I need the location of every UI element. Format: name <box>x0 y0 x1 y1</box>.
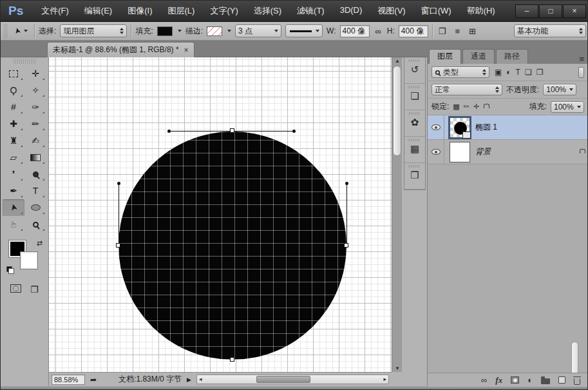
tab-close-icon[interactable]: × <box>184 46 189 55</box>
menu-item-0[interactable]: 文件(F) <box>35 3 75 19</box>
tool-blur[interactable]: ❜ <box>3 166 24 182</box>
scroll-right-icon[interactable]: ▸ <box>383 376 386 382</box>
horizontal-scroll-thumb[interactable] <box>256 376 310 383</box>
path-anchor-bottom[interactable] <box>230 357 234 362</box>
layer-thumbnail[interactable] <box>450 117 470 138</box>
filter-smart-objects-icon[interactable]: ❐ <box>536 68 544 77</box>
layer-row-1[interactable]: 背景 <box>428 140 588 164</box>
menu-item-4[interactable]: 文字(Y) <box>204 3 244 19</box>
menu-item-7[interactable]: 3D(D) <box>334 3 369 19</box>
tool-rectangular-marquee[interactable] <box>3 65 24 82</box>
blend-mode-dropdown[interactable]: 正常 <box>432 84 502 95</box>
tool-move[interactable]: ✛ <box>24 65 46 82</box>
tool-clone-stamp[interactable]: ♜ <box>3 132 24 149</box>
minimize-button[interactable]: – <box>515 5 538 18</box>
tool-magic-wand[interactable]: ✧ <box>24 82 46 99</box>
opacity-field[interactable]: 100% <box>543 84 576 95</box>
link-layers-icon[interactable]: ∞ <box>481 375 487 385</box>
path-anchor-right[interactable] <box>344 243 348 248</box>
new-layer-icon[interactable] <box>558 376 565 384</box>
bezier-handle-point[interactable] <box>117 182 120 185</box>
stroke-width-combo[interactable]: 3 点 <box>235 24 281 37</box>
filter-toggle-switch[interactable] <box>578 67 584 78</box>
layer-style-icon[interactable]: fx <box>495 375 502 385</box>
quick-mask-button[interactable] <box>10 284 21 293</box>
lock-position-icon[interactable]: ✛ <box>473 102 479 111</box>
panel-button-3d[interactable]: ❒ <box>404 163 425 190</box>
tool-lasso[interactable]: Ϙ <box>3 82 24 99</box>
scroll-left-icon[interactable]: ◂ <box>199 376 202 382</box>
path-anchor-top[interactable] <box>230 128 234 133</box>
new-group-icon[interactable] <box>541 376 550 384</box>
panel-button-properties[interactable]: ❏ <box>404 84 425 110</box>
canvas[interactable] <box>49 57 392 372</box>
options-grip[interactable] <box>3 24 8 38</box>
tool-history-brush[interactable]: ✍ <box>24 132 46 149</box>
close-button[interactable]: × <box>563 5 586 18</box>
path-anchor-left[interactable] <box>116 243 120 248</box>
menu-item-6[interactable]: 滤镜(T) <box>290 3 331 19</box>
layer-filter-dropdown[interactable]: 类型 <box>432 66 489 78</box>
fill-color-swatch[interactable] <box>157 26 173 36</box>
tool-path-selection[interactable]: ➤ <box>3 199 24 216</box>
tool-eraser[interactable]: ▱ <box>3 149 24 166</box>
menu-item-1[interactable]: 编辑(E) <box>78 3 119 19</box>
path-arrangement-icon[interactable]: ⊞ <box>467 26 478 36</box>
tool-dodge[interactable] <box>24 166 46 182</box>
filter-shape-layers-icon[interactable]: ❏ <box>525 68 532 77</box>
layer-visibility-toggle[interactable] <box>428 140 444 164</box>
tools-panel-grip[interactable] <box>14 59 35 64</box>
vertical-scrollbar[interactable]: ▲ ▼ <box>392 57 402 372</box>
panel-tab-1[interactable]: 通道 <box>462 49 495 64</box>
shape-width-field[interactable]: 400 像 <box>340 25 370 37</box>
workspace-switcher[interactable]: 基本功能 <box>514 24 586 37</box>
maximize-button[interactable]: □ <box>539 5 562 18</box>
path-alignment-icon[interactable]: ≡ <box>453 26 462 36</box>
select-mode-dropdown[interactable]: 现用图层 <box>60 24 127 37</box>
tool-preset-picker[interactable]: ➤ <box>12 26 30 35</box>
menu-item-10[interactable]: 帮助(H) <box>460 3 502 19</box>
panel-button-history[interactable]: ↺ <box>404 57 425 84</box>
panel-menu-icon[interactable]: ≡ <box>575 54 588 64</box>
vertical-scroll-thumb[interactable] <box>393 66 401 156</box>
default-colors-icon[interactable] <box>6 266 14 274</box>
menu-item-9[interactable]: 窗口(W) <box>415 3 458 19</box>
horizontal-scrollbar[interactable]: ◂ ▸ <box>196 375 389 384</box>
export-icon[interactable]: ➦ <box>90 375 97 384</box>
panel-tab-2[interactable]: 路径 <box>496 49 528 64</box>
lock-pixels-icon[interactable]: ✏ <box>464 102 469 111</box>
document-tab[interactable]: 未标题-1 @ 88.6% (椭圆 1, RGB/8) * × <box>47 42 194 57</box>
layer-visibility-toggle[interactable] <box>428 115 444 139</box>
zoom-level-field[interactable]: 88.58% <box>52 375 85 385</box>
tool-gradient[interactable] <box>24 149 46 166</box>
panel-tab-0[interactable]: 图层 <box>429 49 461 64</box>
layer-thumbnail[interactable] <box>450 142 470 162</box>
menu-item-3[interactable]: 图层(L) <box>161 3 201 19</box>
tool-crop[interactable]: # <box>3 99 24 115</box>
panel-button-color[interactable]: ✿ <box>404 110 425 137</box>
menu-item-2[interactable]: 图像(I) <box>121 3 158 19</box>
shape-height-field[interactable]: 400 像 <box>399 25 428 37</box>
tool-type[interactable]: T <box>24 182 46 199</box>
menu-item-5[interactable]: 选择(S) <box>247 3 288 19</box>
tool-hand[interactable]: ☞ <box>3 216 24 233</box>
adjustment-layer-icon[interactable]: ◐ <box>527 375 533 385</box>
ellipse-shape[interactable] <box>119 132 346 360</box>
filter-pixel-layers-icon[interactable]: ▣ <box>495 68 502 77</box>
layer-row-0[interactable]: 椭圆 1 <box>428 115 588 140</box>
layer-fill-field[interactable]: 100% <box>551 101 584 113</box>
tool-ellipse[interactable] <box>24 199 46 216</box>
lock-transparency-icon[interactable]: ▩ <box>453 102 459 111</box>
stroke-color-swatch[interactable] <box>207 26 222 36</box>
filter-adjustment-layers-icon[interactable]: ◐ <box>506 68 511 77</box>
tool-eyedropper[interactable]: ✑ <box>24 99 46 115</box>
panel-button-swatches[interactable]: ▦ <box>404 137 425 163</box>
scroll-up-icon[interactable]: ▲ <box>395 58 400 64</box>
path-operations-icon[interactable]: ❐ <box>437 26 448 36</box>
delete-layer-icon[interactable] <box>574 376 580 385</box>
bezier-handle-point[interactable] <box>167 130 171 133</box>
swap-colors-icon[interactable]: ⇄ <box>37 239 43 248</box>
status-menu-icon[interactable]: ▶ <box>187 376 191 383</box>
tool-healing-brush[interactable]: ✚ <box>3 115 24 132</box>
scroll-down-icon[interactable]: ▼ <box>395 366 400 371</box>
